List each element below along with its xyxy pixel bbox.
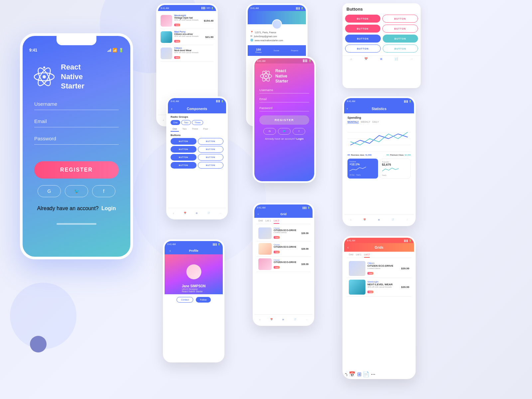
tab-daily[interactable]: DAILY bbox=[372, 121, 379, 123]
nav-components-comp[interactable]: ··· bbox=[219, 212, 221, 214]
grids2-tab-grid[interactable]: Grid bbox=[349, 253, 353, 258]
grids2-nav-bar: ⌂ 📅 ⊞ 📄 ··· bbox=[344, 371, 414, 377]
signal-icon bbox=[107, 49, 111, 52]
btn-outline-blue-1[interactable]: BUTTON bbox=[198, 138, 224, 145]
btn-outline-blue-2[interactable]: BUTTON bbox=[198, 146, 224, 153]
reg-email-field[interactable]: Email bbox=[259, 97, 309, 102]
facebook-login-button[interactable]: f bbox=[92, 185, 115, 197]
reg-twitter-button[interactable]: 🐦 bbox=[278, 128, 291, 135]
radio-two-underline[interactable]: Two bbox=[180, 127, 189, 132]
radio-two-filled[interactable]: Two bbox=[181, 120, 191, 125]
radio-one-filled[interactable]: One bbox=[171, 120, 180, 125]
panel-nav-pages[interactable]: 📄 bbox=[395, 58, 398, 61]
nav-grid-grid[interactable]: ⊞ bbox=[282, 318, 284, 321]
stats-status-bar: 9:41 AM ▌▌▌ 🔋 bbox=[344, 98, 414, 104]
stats-nav-home[interactable]: ⌂ bbox=[350, 219, 351, 221]
reg-username-field[interactable]: Username bbox=[259, 88, 309, 93]
radio-one-underline[interactable]: One bbox=[171, 127, 179, 132]
panel-btn-teal-outline-1[interactable]: BUTTON bbox=[383, 45, 418, 53]
tab-list1[interactable]: List 1 bbox=[265, 219, 271, 224]
btn-solid-blue-4[interactable]: BUTTON bbox=[171, 162, 197, 169]
nav-home-grid[interactable]: ⌂ bbox=[259, 319, 261, 321]
username-label: Username bbox=[34, 101, 57, 107]
grids2-back-icon[interactable]: ‹ bbox=[347, 246, 348, 249]
stats-back-icon[interactable]: ‹ bbox=[347, 107, 348, 110]
reg-google-button[interactable]: G bbox=[263, 128, 276, 135]
panel-btn-blue-outline-1[interactable]: BUTTON bbox=[345, 45, 381, 53]
radio-three-filled[interactable]: Three bbox=[192, 120, 203, 125]
svg-point-8 bbox=[265, 75, 267, 77]
legend-business-label: Business class bbox=[351, 154, 364, 156]
btn-solid-blue-2[interactable]: BUTTON bbox=[171, 146, 197, 153]
grids2-nav-home[interactable]: ⌂ bbox=[344, 371, 347, 377]
grids2-tab-list1[interactable]: List 1 bbox=[356, 253, 361, 258]
stats-nav-comp[interactable]: ··· bbox=[406, 219, 408, 221]
reg-login-text[interactable]: Login bbox=[296, 137, 304, 140]
home-indicator bbox=[57, 223, 96, 225]
back-icon[interactable]: ‹ bbox=[171, 107, 172, 111]
stats-nav-grid[interactable]: ⊞ bbox=[378, 218, 380, 221]
btn-outline-blue-3[interactable]: BUTTON bbox=[198, 154, 224, 161]
stats-nav-cal[interactable]: 📅 bbox=[363, 218, 366, 221]
btn-solid-blue-3[interactable]: BUTTON bbox=[171, 154, 197, 161]
nav-calendar-comp[interactable]: 📅 bbox=[184, 212, 186, 214]
nav-cal-grid[interactable]: 📅 bbox=[270, 318, 273, 321]
grids2-nav-grid[interactable]: ⊞ bbox=[357, 371, 361, 377]
contact-button[interactable]: Contact bbox=[177, 297, 193, 303]
panel-nav-grid[interactable]: ⊞ bbox=[380, 58, 382, 61]
nav-pages-comp[interactable]: 📄 bbox=[207, 212, 210, 214]
nav-comp-grid[interactable]: ··· bbox=[306, 319, 308, 321]
email-field[interactable]: Email bbox=[34, 118, 119, 127]
tab-weekly[interactable]: WEEKLY bbox=[361, 121, 370, 123]
grid-title: Grid bbox=[280, 212, 287, 216]
grid-item-1: Citizen CITIZEN ECO-DRIVE Limited Editio… bbox=[256, 225, 311, 241]
panel-nav-home[interactable]: ⌂ bbox=[350, 58, 352, 61]
username-field[interactable]: Username bbox=[34, 101, 119, 110]
profile-phone: 9:41 AM ▌▌▌ 🔋 ‹ Profile Jane SIMPSON UI/… bbox=[163, 239, 224, 362]
btn-outline-blue-4[interactable]: BUTTON bbox=[198, 162, 224, 169]
grids2-nav-comp[interactable]: ··· bbox=[371, 371, 375, 377]
reg-register-button[interactable]: REGISTER bbox=[259, 115, 309, 125]
panel-btn-teal-1[interactable]: BUTTON bbox=[383, 35, 418, 43]
grid-back-icon[interactable]: ‹ bbox=[258, 212, 259, 216]
grids2-nav-pages[interactable]: 📄 bbox=[363, 371, 369, 377]
follow-button[interactable]: Follow bbox=[196, 297, 210, 303]
btn-solid-blue-1[interactable]: BUTTON bbox=[171, 138, 197, 145]
radio-three-underline[interactable]: Three bbox=[190, 127, 200, 132]
profile-name: Jane SIMPSON bbox=[182, 284, 206, 288]
panel-btn-blue-1[interactable]: BUTTON bbox=[345, 35, 381, 43]
password-field[interactable]: Password bbox=[34, 136, 119, 145]
nav-home-comp[interactable]: ⌂ bbox=[173, 212, 174, 214]
shop-name-1: Vintage style hat bbox=[174, 17, 202, 19]
tab-monthly[interactable]: MONTHLY bbox=[347, 121, 359, 123]
legend-premium: Premium Class $2,389 bbox=[386, 154, 411, 156]
grids2-nav-cal[interactable]: 📅 bbox=[349, 371, 355, 377]
nav-home[interactable]: ⌂ bbox=[163, 119, 164, 121]
radio-four-underline[interactable]: Four bbox=[201, 127, 210, 132]
grids2-price-2: $39.99 bbox=[401, 286, 409, 289]
stats-nav-pages[interactable]: 📄 bbox=[392, 218, 394, 221]
login-link[interactable]: Login bbox=[101, 205, 116, 211]
panel-nav-cal[interactable]: 📅 bbox=[364, 58, 368, 61]
tab-grid[interactable]: Grid bbox=[258, 219, 263, 224]
panel-btn-pink-2[interactable]: BUTTON bbox=[345, 25, 380, 33]
google-login-button[interactable]: G bbox=[38, 185, 61, 197]
tab-list2[interactable]: List 2 bbox=[274, 219, 279, 224]
panel-btn-pink-outline-2[interactable]: BUTTON bbox=[382, 25, 418, 33]
panel-nav-comp[interactable]: ··· bbox=[411, 58, 413, 61]
profile-back-icon[interactable]: ‹ bbox=[170, 249, 171, 253]
income-sparkline bbox=[349, 166, 366, 173]
panel-btn-pink-1[interactable]: BUTTON bbox=[345, 15, 380, 23]
social-label: Social bbox=[274, 50, 279, 52]
grids2-tabs: Grid List 1 List 2 bbox=[347, 252, 411, 258]
register-button[interactable]: REGISTER bbox=[34, 161, 119, 179]
spending-chart bbox=[347, 125, 411, 152]
panel-btn-pink-outline-1[interactable]: BUTTON bbox=[382, 15, 418, 23]
social-website: 🌐 www.reactnativestarter.com bbox=[250, 39, 303, 42]
grids2-tab-list2[interactable]: List 2 bbox=[364, 253, 370, 258]
twitter-login-button[interactable]: 🐦 bbox=[65, 185, 88, 197]
reg-facebook-button[interactable]: f bbox=[293, 128, 305, 135]
nav-pages-grid[interactable]: 📄 bbox=[294, 318, 296, 321]
nav-grids-comp[interactable]: ⊞ bbox=[196, 212, 198, 214]
reg-password-field[interactable]: Password bbox=[259, 106, 309, 111]
